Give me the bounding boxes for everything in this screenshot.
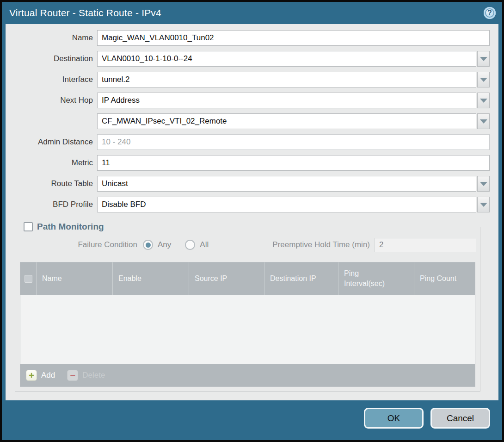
plus-icon: + xyxy=(26,370,37,381)
failure-condition-row: Failure Condition Any All Preemptive Hol… xyxy=(19,237,476,253)
column-header-label: Destination IP xyxy=(270,274,316,283)
metric-input[interactable] xyxy=(97,155,490,171)
column-header-label: Name xyxy=(42,274,62,283)
interface-label: Interface xyxy=(6,75,97,84)
next-hop-address-input[interactable] xyxy=(97,113,476,129)
chevron-down-icon xyxy=(480,99,487,103)
form-row-next-hop: Next Hop xyxy=(6,93,490,108)
route-table-input[interactable] xyxy=(97,176,476,192)
preemptive-hold-time-input[interactable] xyxy=(375,238,476,252)
form-row-admin-distance: Admin Distance xyxy=(6,134,490,150)
select-all-checkbox[interactable] xyxy=(25,275,32,283)
next-hop-type-input[interactable] xyxy=(97,93,476,108)
bfd-profile-input[interactable] xyxy=(97,197,476,212)
path-monitoring-table: Name Enable Source IP Destination IP Pin… xyxy=(20,262,475,387)
interface-input[interactable] xyxy=(97,72,476,87)
radio-any-label: Any xyxy=(158,240,171,249)
path-monitoring-legend: Path Monitoring xyxy=(22,222,108,232)
table-body-empty xyxy=(20,295,475,364)
next-hop-label: Next Hop xyxy=(6,96,97,105)
column-header-label: Source IP xyxy=(195,274,227,283)
header-cell-name: Name xyxy=(36,262,112,295)
delete-button[interactable]: − Delete xyxy=(67,370,105,381)
header-cell-ping-interval: Ping Interval(sec) xyxy=(338,262,414,295)
header-cell-checkbox xyxy=(20,262,36,295)
dialog-content: Name Destination Interface Next Hop xyxy=(6,24,498,400)
route-table-label: Route Table xyxy=(6,179,97,188)
header-cell-source-ip: Source IP xyxy=(189,262,264,295)
form-row-interface: Interface xyxy=(6,72,490,87)
table-header-row: Name Enable Source IP Destination IP Pin… xyxy=(20,262,475,295)
admin-distance-label: Admin Distance xyxy=(6,137,97,147)
destination-input[interactable] xyxy=(97,51,476,67)
delete-button-label: Delete xyxy=(82,371,105,380)
column-header-label: Ping Interval(sec) xyxy=(344,268,393,288)
form-row-next-hop-address xyxy=(6,113,490,129)
form-row-name: Name xyxy=(6,30,490,46)
path-monitoring-title: Path Monitoring xyxy=(37,222,104,232)
chevron-down-icon xyxy=(480,203,487,207)
failure-condition-label: Failure Condition xyxy=(19,240,143,249)
header-cell-ping-count: Ping Count xyxy=(414,262,475,295)
cancel-button[interactable]: Cancel xyxy=(430,408,490,429)
help-icon[interactable]: ? xyxy=(484,7,496,19)
table-footer-toolbar: + Add − Delete xyxy=(20,364,475,386)
bfd-profile-label: BFD Profile xyxy=(6,200,97,209)
bfd-profile-dropdown-button[interactable] xyxy=(477,197,490,212)
name-input[interactable] xyxy=(97,30,490,46)
chevron-down-icon xyxy=(480,57,487,61)
static-route-dialog: Virtual Router - Static Route - IPv4 ? N… xyxy=(0,0,504,442)
dialog-footer: OK Cancel xyxy=(2,400,502,440)
header-cell-destination-ip: Destination IP xyxy=(264,262,338,295)
radio-all-label: All xyxy=(200,240,209,249)
form-row-route-table: Route Table xyxy=(6,176,490,192)
header-cell-enable: Enable xyxy=(112,262,189,295)
chevron-down-icon xyxy=(480,119,487,124)
dialog-titlebar: Virtual Router - Static Route - IPv4 ? xyxy=(2,2,502,24)
destination-dropdown-button[interactable] xyxy=(477,51,490,67)
radio-unselected-icon xyxy=(185,240,195,250)
name-label: Name xyxy=(6,33,97,43)
path-monitoring-section: Path Monitoring Failure Condition Any Al… xyxy=(15,222,480,392)
radio-selected-icon xyxy=(143,240,153,250)
metric-label: Metric xyxy=(6,158,97,168)
add-button-label: Add xyxy=(41,371,55,380)
form-row-metric: Metric xyxy=(6,155,490,171)
chevron-down-icon xyxy=(480,182,487,186)
dialog-title: Virtual Router - Static Route - IPv4 xyxy=(9,7,484,19)
preemptive-hold-time-group: Preemptive Hold Time (min) xyxy=(272,238,476,252)
ok-button[interactable]: OK xyxy=(364,408,424,429)
form-row-destination: Destination xyxy=(6,51,490,67)
path-monitoring-checkbox[interactable] xyxy=(24,222,33,231)
admin-distance-input[interactable] xyxy=(97,134,490,150)
column-header-label: Enable xyxy=(118,274,141,283)
next-hop-address-dropdown-button[interactable] xyxy=(477,113,490,129)
interface-dropdown-button[interactable] xyxy=(477,72,490,87)
failure-condition-all-radio[interactable]: All xyxy=(185,240,209,250)
route-table-dropdown-button[interactable] xyxy=(477,176,490,192)
form-row-bfd-profile: BFD Profile xyxy=(6,197,490,212)
destination-label: Destination xyxy=(6,54,97,63)
add-button[interactable]: + Add xyxy=(26,370,55,381)
preemptive-hold-time-label: Preemptive Hold Time (min) xyxy=(272,240,375,249)
failure-condition-any-radio[interactable]: Any xyxy=(143,240,171,250)
minus-icon: − xyxy=(67,370,78,381)
column-header-label: Ping Count xyxy=(420,274,456,283)
next-hop-type-dropdown-button[interactable] xyxy=(477,93,490,108)
chevron-down-icon xyxy=(480,78,487,82)
